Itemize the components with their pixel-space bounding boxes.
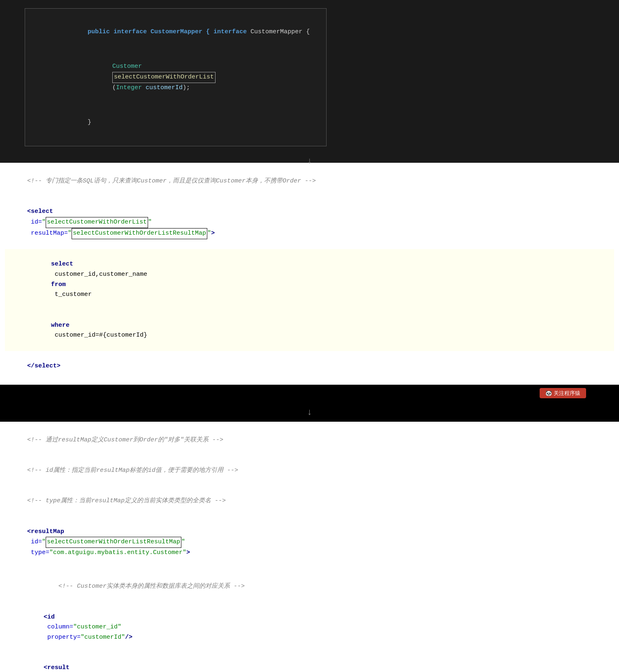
resultmap-type-attr: type= <box>27 549 49 556</box>
page-wrapper: public interface CustomerMapper { interf… <box>0 0 619 672</box>
integer-type: Integer <box>116 84 142 91</box>
entity-comment-text: <!-- Customer实体类本身的属性和数据库表之间的对应关系 --> <box>27 583 245 590</box>
comment-1-text: <!-- 通过resultMap定义Customer到Order的"对多"关联关… <box>27 436 223 443</box>
xml-comment-line: <!-- 专门指定一条SQL语句，只来查询Customer，而且是仅仅查询Cus… <box>5 166 614 196</box>
select-resultmap-attr: resultMap= <box>27 230 68 237</box>
id-property-attr: property= <box>44 634 81 641</box>
sql-table-name: t_customer <box>51 291 92 298</box>
select-resultmap-value: selectCustomerWithOrderListResultMap <box>72 228 207 239</box>
csdn-badge: 🐼 关注程序猿 <box>540 389 586 399</box>
id-tag-line: <id column="customer_id" property="custo… <box>5 602 614 653</box>
comment-3-text: <!-- type属性：当前resultMap定义的当前实体类类型的全类名 --… <box>27 497 226 504</box>
badge-text: 🐼 关注程序猿 <box>540 388 586 398</box>
select-tag-open: <select <box>27 208 53 215</box>
select-close-tag: </select> <box>27 363 60 369</box>
sql-where-keyword: where <box>51 322 70 329</box>
public-keyword: public interface CustomerMapper { <box>88 28 210 35</box>
select-id-quote1: " <box>42 219 46 226</box>
method-boxed: selectCustomerWithOrderList <box>112 72 216 83</box>
resultmap-open-line: <resultMap id="selectCustomerWithOrderLi… <box>5 517 614 568</box>
down-arrow-1: ↓ <box>4 391 615 420</box>
customer-type: Customer <box>112 63 142 70</box>
select-comment: <!-- 专门指定一条SQL语句，只来查询Customer，而且是仅仅查询Cus… <box>27 178 316 185</box>
resultmap-tag: <resultMap <box>27 528 64 535</box>
select-id-attr: id= <box>27 219 42 226</box>
xml-select-close-line: </select> <box>5 351 614 381</box>
result-tag: <result <box>44 664 70 671</box>
xml-select-section: <!-- 专门指定一条SQL语句，只来查询Customer，而且是仅仅查询Cus… <box>0 163 619 385</box>
entity-comment-line: <!-- Customer实体类本身的属性和数据库表之间的对应关系 --> <box>5 568 614 602</box>
comment-2-text: <!-- id属性：指定当前resultMap标签的id值，便于需要的地方引用 … <box>27 467 238 474</box>
sql-select-columns: customer_id,customer_name <box>51 271 151 278</box>
sql-select-line: select customer_id,customer_name from t_… <box>5 249 614 310</box>
java-line-3: } <box>58 107 310 138</box>
result-tag-line: <result column="customer_name" property=… <box>5 653 614 672</box>
resultmap-id-value: selectCustomerWithOrderListResultMap <box>46 537 181 548</box>
black-spacer-1: 🐼 关注程序猿 ↓ <box>0 385 619 422</box>
java-code-block: public interface CustomerMapper { interf… <box>25 8 327 146</box>
resultmap-comment-1: <!-- 通过resultMap定义Customer到Order的"对多"关联关… <box>5 425 614 455</box>
sql-where-condition: customer_id=#{customerId} <box>51 332 147 339</box>
id-tag: <id <box>44 614 55 621</box>
resultmap-section: <!-- 通过resultMap定义Customer到Order的"对多"关联关… <box>0 422 619 672</box>
xml-select-open-line: <select id="selectCustomerWithOrderList"… <box>5 197 614 249</box>
sql-select-keyword: select <box>51 261 73 268</box>
arrow-spacer-1: ↓ <box>0 155 619 163</box>
sql-from-keyword: from <box>51 281 66 288</box>
resultmap-id-attr: id= <box>27 538 42 545</box>
id-column-attr: column= <box>44 624 73 630</box>
resultmap-comment-3: <!-- type属性：当前resultMap定义的当前实体类类型的全类名 --… <box>5 486 614 517</box>
resultmap-comment-2: <!-- id属性：指定当前resultMap标签的id值，便于需要的地方引用 … <box>5 455 614 486</box>
java-line-2: Customer selectCustomerWithOrderList (In… <box>58 47 310 107</box>
select-id-value: selectCustomerWithOrderList <box>46 217 148 228</box>
sql-where-line: where customer_id=#{customerId} <box>5 310 614 351</box>
sql-highlighted-block: select customer_id,customer_name from t_… <box>5 249 614 351</box>
java-line-1: public interface CustomerMapper { interf… <box>58 17 310 47</box>
java-section: public interface CustomerMapper { interf… <box>0 0 619 155</box>
method-params: ( <box>112 84 116 91</box>
param-name: customerId <box>142 84 183 91</box>
